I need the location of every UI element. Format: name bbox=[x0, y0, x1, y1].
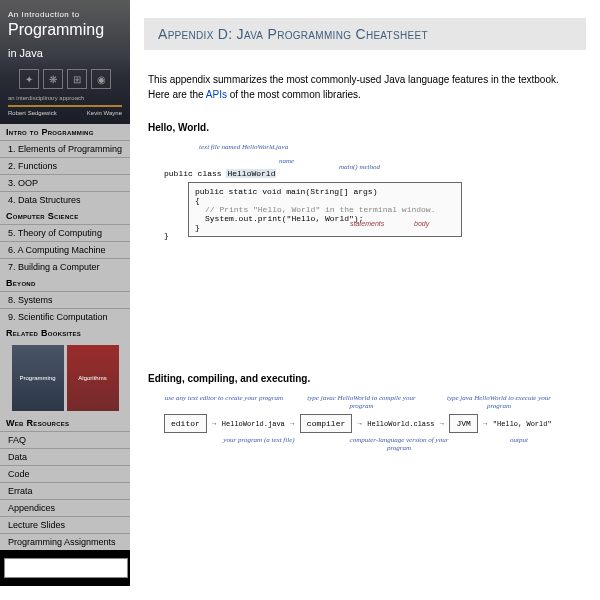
nav-scientific[interactable]: 9. Scientific Computation bbox=[0, 308, 130, 325]
nav-building[interactable]: 7. Building a Computer bbox=[0, 258, 130, 275]
nav-oop[interactable]: 3. OOP bbox=[0, 174, 130, 191]
method-sig: public static void main(String[] args) bbox=[195, 187, 455, 196]
nav-faq[interactable]: FAQ bbox=[0, 431, 130, 448]
flow-file-class: HelloWorld.class bbox=[367, 420, 434, 428]
flow-output: "Hello, World" bbox=[493, 420, 552, 428]
class-decl: public class HelloWorld bbox=[164, 169, 276, 178]
nav-code[interactable]: Code bbox=[0, 465, 130, 482]
book-authors: Robert Sedgewick Kevin Wayne bbox=[8, 110, 122, 116]
author-1: Robert Sedgewick bbox=[8, 110, 57, 116]
cover-icons: ✦ ❋ ⊞ ◉ bbox=[8, 69, 122, 89]
book-pretitle: An Introduction to bbox=[8, 10, 122, 19]
cover-icon-compass: ✦ bbox=[19, 69, 39, 89]
arrow-icon: → bbox=[356, 420, 363, 427]
page-title: Appendix D: Java Programming Cheatsheet bbox=[144, 18, 586, 50]
nav-data-structures[interactable]: 4. Data Structures bbox=[0, 191, 130, 208]
nav-header-cs: Computer Science bbox=[0, 208, 130, 224]
flow-file-java: HelloWorld.java bbox=[222, 420, 285, 428]
subhead-editing: Editing, compiling, and executing. bbox=[148, 373, 582, 384]
search-input[interactable] bbox=[4, 558, 128, 578]
flow-box-jvm: JVM bbox=[449, 414, 477, 433]
flow-under-output: output bbox=[494, 436, 544, 452]
nav-header-booksites: Related Booksites bbox=[0, 325, 130, 341]
intro-paragraph: This appendix summarizes the most common… bbox=[148, 72, 582, 102]
nav-functions[interactable]: 2. Functions bbox=[0, 157, 130, 174]
related-books: Programming Algorithms bbox=[0, 341, 130, 415]
code-comment: // Prints "Hello, World" in the terminal… bbox=[195, 205, 455, 214]
arrow-icon: → bbox=[438, 420, 445, 427]
book-divider bbox=[8, 105, 122, 107]
flow-box-editor: editor bbox=[164, 414, 207, 433]
intro-text-2: of the most common libraries. bbox=[227, 89, 361, 100]
brace-open: { bbox=[195, 196, 455, 205]
cover-icon-flower: ❋ bbox=[43, 69, 63, 89]
flow-under-bytecode: computer-language version of your progra… bbox=[344, 436, 454, 452]
nav-header-intro: Intro to Programming bbox=[0, 124, 130, 140]
cover-icon-spiral: ◉ bbox=[91, 69, 111, 89]
arrow-icon: → bbox=[482, 420, 489, 427]
apis-link[interactable]: APIs bbox=[206, 89, 227, 100]
subhead-hello: Hello, World. bbox=[148, 122, 582, 133]
flow-label-run: type java HelloWorld to execute your pro… bbox=[439, 394, 559, 410]
spacer bbox=[130, 263, 600, 373]
flow-under-program: your program (a text file) bbox=[214, 436, 304, 452]
nav-assignments[interactable]: Programming Assignments bbox=[0, 533, 130, 550]
compile-flow-diagram: use any text editor to create your progr… bbox=[164, 394, 582, 452]
annot-body: body bbox=[414, 220, 429, 227]
sidebar: An Introduction to Programming in Java ✦… bbox=[0, 0, 130, 586]
annot-statements: statements bbox=[350, 220, 384, 227]
nav-machine[interactable]: 6. A Computing Machine bbox=[0, 241, 130, 258]
cover-icon-network: ⊞ bbox=[67, 69, 87, 89]
book-cover: An Introduction to Programming in Java ✦… bbox=[0, 0, 130, 124]
annot-file: text file named HelloWorld.java bbox=[199, 143, 288, 151]
book-subtitle: in Java bbox=[8, 47, 122, 59]
outer-close: } bbox=[164, 231, 169, 240]
main-content: Appendix D: Java Programming Cheatsheet … bbox=[130, 0, 600, 586]
class-name: HelloWorld bbox=[226, 169, 276, 178]
annot-name: name bbox=[279, 157, 294, 165]
annot-main: main() method bbox=[339, 163, 380, 171]
nav-errata[interactable]: Errata bbox=[0, 482, 130, 499]
arrow-icon: → bbox=[289, 420, 296, 427]
method-body-box: public static void main(String[] args) {… bbox=[188, 182, 462, 237]
nav-slides[interactable]: Lecture Slides bbox=[0, 516, 130, 533]
hello-world-diagram: text file named HelloWorld.java name mai… bbox=[164, 143, 582, 233]
related-book-algorithms[interactable]: Algorithms bbox=[67, 345, 119, 411]
search-container bbox=[0, 550, 130, 586]
nav-elements[interactable]: 1. Elements of Programming bbox=[0, 140, 130, 157]
related-book-programming[interactable]: Programming bbox=[12, 345, 64, 411]
book-tagline: an interdisciplinary approach bbox=[8, 95, 122, 101]
nav-data[interactable]: Data bbox=[0, 448, 130, 465]
flow-box-compiler: compiler bbox=[300, 414, 352, 433]
book-title: Programming bbox=[8, 21, 122, 39]
nav-theory[interactable]: 5. Theory of Computing bbox=[0, 224, 130, 241]
author-2: Kevin Wayne bbox=[87, 110, 122, 116]
nav-header-beyond: Beyond bbox=[0, 275, 130, 291]
nav-header-resources: Web Resources bbox=[0, 415, 130, 431]
nav-appendices[interactable]: Appendices bbox=[0, 499, 130, 516]
nav-systems[interactable]: 8. Systems bbox=[0, 291, 130, 308]
flow-label-edit: use any text editor to create your progr… bbox=[164, 394, 284, 410]
arrow-icon: → bbox=[211, 420, 218, 427]
flow-label-compile: type javac HelloWorld to compile your pr… bbox=[302, 394, 422, 410]
